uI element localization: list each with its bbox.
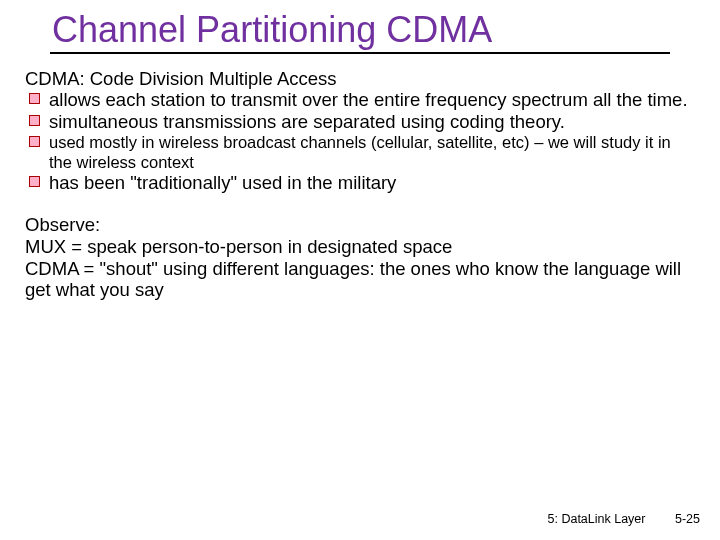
bullet-text: has been "traditionally" used in the mil…	[49, 172, 396, 193]
slide: Channel Partitioning CDMA CDMA: Code Div…	[0, 0, 720, 540]
observe-line: MUX = speak person-to-person in designat…	[25, 236, 695, 258]
footer-slidenum: 5-25	[675, 512, 700, 526]
title-container: Channel Partitioning CDMA	[50, 10, 670, 54]
observe-heading: Observe:	[25, 214, 695, 236]
list-item: used mostly in wireless broadcast channe…	[25, 133, 695, 172]
bullet-text: allows each station to transmit over the…	[49, 89, 688, 110]
bullet-list: allows each station to transmit over the…	[25, 89, 695, 193]
list-item: has been "traditionally" used in the mil…	[25, 172, 695, 194]
footer-section: 5: DataLink Layer	[548, 512, 646, 526]
observe-block: Observe: MUX = speak person-to-person in…	[25, 214, 695, 301]
bullet-text: simultaneous transmissions are separated…	[49, 111, 565, 132]
slide-content: CDMA: Code Division Multiple Access allo…	[25, 68, 695, 302]
list-item: allows each station to transmit over the…	[25, 89, 695, 111]
slide-footer: 5: DataLink Layer 5-25	[548, 512, 701, 526]
content-subhead: CDMA: Code Division Multiple Access	[25, 68, 695, 90]
bullet-text: used mostly in wireless broadcast channe…	[49, 133, 671, 170]
list-item: simultaneous transmissions are separated…	[25, 111, 695, 133]
slide-title: Channel Partitioning CDMA	[50, 10, 670, 54]
observe-line: CDMA = "shout" using different languages…	[25, 258, 695, 302]
